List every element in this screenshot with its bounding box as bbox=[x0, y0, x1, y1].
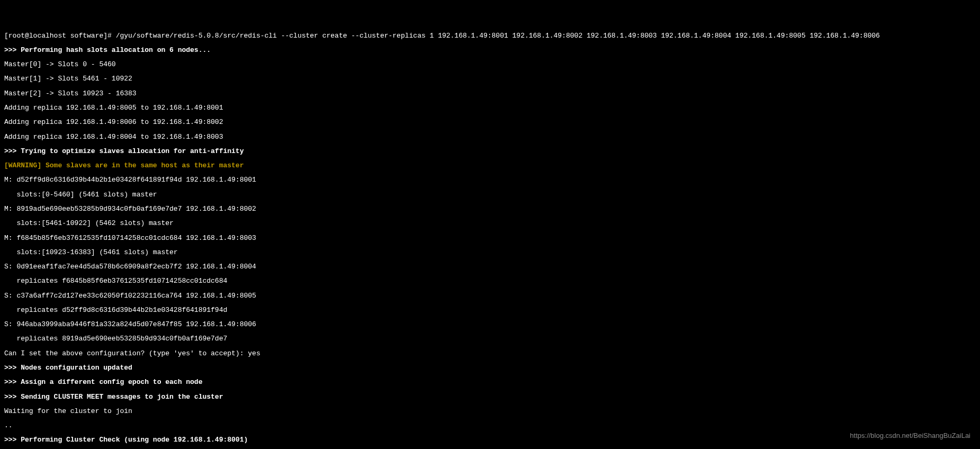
watermark-text: https://blog.csdn.net/BeiShangBuZaiLai bbox=[850, 432, 970, 439]
node-m3: M: f6845b85f6eb37612535fd10714258cc01cdc… bbox=[4, 235, 976, 242]
master0-slots: Master[0] -> Slots 0 - 5460 bbox=[4, 61, 976, 68]
status-cluster-check: >>> Performing Cluster Check (using node… bbox=[4, 436, 976, 444]
status-config-epoch: >>> Assign a different config epoch to e… bbox=[4, 379, 976, 386]
node-s1: S: 0d91eeaf1fac7ee4d5da578b6c6909a8f2ecb… bbox=[4, 263, 976, 271]
waiting-join: Waiting for the cluster to join bbox=[4, 408, 976, 415]
node-s3: S: 946aba3999aba9446f81a332a824d5d07e847… bbox=[4, 321, 976, 328]
shell-command: [root@localhost software]# /gyu/software… bbox=[4, 32, 976, 40]
status-cluster-meet: >>> Sending CLUSTER MEET messages to joi… bbox=[4, 393, 976, 401]
node-m2-slots: slots:[5461-10922] (5462 slots) master bbox=[4, 220, 976, 227]
add-replica-2: Adding replica 192.168.1.49:8006 to 192.… bbox=[4, 119, 976, 126]
status-optimize: >>> Trying to optimize slaves allocation… bbox=[4, 148, 976, 155]
status-hash-slots: >>> Performing hash slots allocation on … bbox=[4, 47, 976, 54]
warning-same-host: [WARNING] Some slaves are in the same ho… bbox=[4, 162, 976, 169]
node-m1-slots: slots:[0-5460] (5461 slots) master bbox=[4, 191, 976, 199]
confirm-prompt: Can I set the above configuration? (type… bbox=[4, 350, 976, 357]
node-s2-rep: replicates d52ff9d8c6316d39b44b2b1e03428… bbox=[4, 307, 976, 314]
node-m2: M: 8919ad5e690eeb53285b9d934c0fb0af169e7… bbox=[4, 205, 976, 213]
master2-slots: Master[2] -> Slots 10923 - 16383 bbox=[4, 90, 976, 97]
master1-slots: Master[1] -> Slots 5461 - 10922 bbox=[4, 75, 976, 83]
node-s1-rep: replicates f6845b85f6eb37612535fd1071425… bbox=[4, 277, 976, 285]
add-replica-1: Adding replica 192.168.1.49:8005 to 192.… bbox=[4, 104, 976, 112]
node-s2: S: c37a6aff7c2d127ee33c62050f102232116ca… bbox=[4, 292, 976, 300]
node-s3-rep: replicates 8919ad5e690eeb53285b9d934c0fb… bbox=[4, 335, 976, 343]
add-replica-3: Adding replica 192.168.1.49:8004 to 192.… bbox=[4, 133, 976, 141]
waiting-dots: .. bbox=[4, 422, 976, 429]
node-m1: M: d52ff9d8c6316d39b44b2b1e03428f641891f… bbox=[4, 176, 976, 184]
status-config-updated: >>> Nodes configuration updated bbox=[4, 364, 976, 372]
node-m3-slots: slots:[10923-16383] (5461 slots) master bbox=[4, 249, 976, 256]
